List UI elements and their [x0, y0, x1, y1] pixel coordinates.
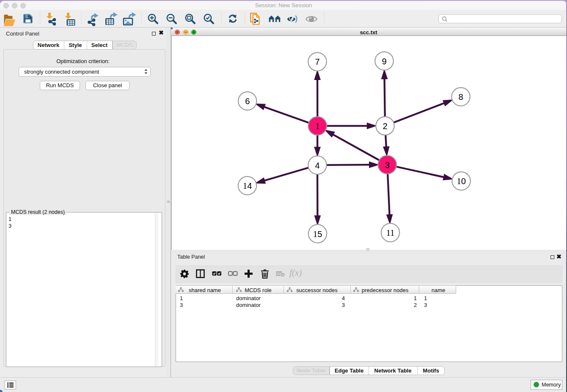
svg-text:3: 3 — [385, 160, 390, 170]
svg-text:2: 2 — [383, 121, 387, 131]
svg-text:11: 11 — [386, 228, 394, 238]
svg-text:15: 15 — [313, 229, 322, 239]
svg-text:9: 9 — [382, 57, 386, 66]
svg-text:6: 6 — [245, 97, 250, 106]
svg-text:10: 10 — [457, 176, 466, 186]
svg-text:7: 7 — [315, 57, 319, 66]
svg-text:1: 1 — [315, 121, 320, 131]
svg-text:4: 4 — [315, 161, 319, 170]
svg-text:14: 14 — [243, 181, 252, 191]
svg-text:8: 8 — [458, 92, 463, 102]
